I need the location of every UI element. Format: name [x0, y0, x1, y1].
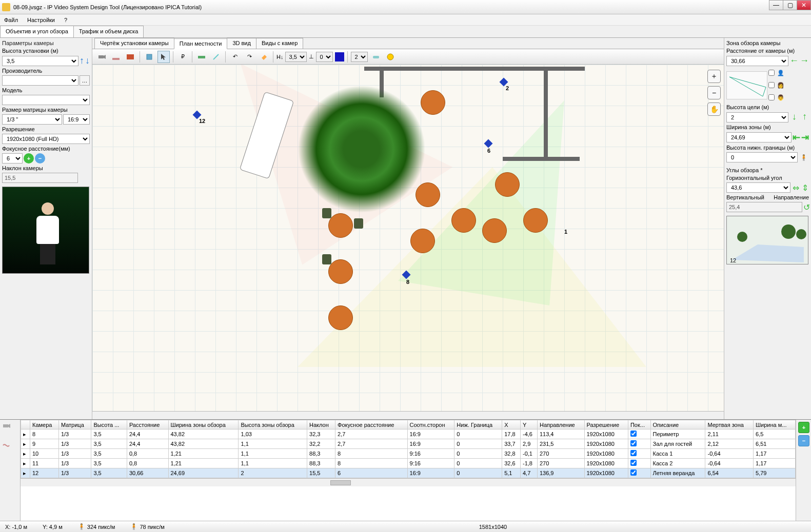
- select-tool-icon[interactable]: [157, 51, 170, 63]
- pan-button[interactable]: ✋: [707, 103, 721, 116]
- table-row[interactable]: ▸121/33,530,6624,69215,5616:905,14,7136,…: [21, 468, 796, 478]
- table-header[interactable]: Расстояние: [127, 420, 168, 429]
- table-header[interactable]: Высота зоны обзора: [239, 420, 307, 429]
- model-select[interactable]: [2, 95, 90, 105]
- table-header[interactable]: Ниж. Граница: [454, 420, 502, 429]
- tree-object[interactable]: [298, 85, 426, 213]
- add-row-button[interactable]: +: [798, 422, 809, 433]
- vehicle-tool-icon[interactable]: [195, 51, 208, 63]
- visible-checkbox[interactable]: [630, 440, 637, 446]
- table-header[interactable]: X: [502, 420, 521, 429]
- maximize-button[interactable]: ▢: [783, 0, 797, 10]
- cube-tool-icon[interactable]: [143, 51, 155, 63]
- remove-row-button[interactable]: −: [798, 435, 809, 446]
- table-header[interactable]: Y: [521, 420, 538, 429]
- focal-plus-button[interactable]: +: [24, 153, 34, 163]
- car-icon[interactable]: [370, 51, 382, 63]
- vendor-select[interactable]: [2, 75, 78, 86]
- primary-tab-lens[interactable]: Объектив и угол обзора: [0, 26, 74, 37]
- visible-checkbox[interactable]: [630, 431, 637, 437]
- focal-select[interactable]: 6: [2, 153, 23, 163]
- collapse-icon[interactable]: ⇕: [801, 183, 809, 193]
- rotate-left-icon[interactable]: ↺: [803, 202, 810, 212]
- table-header[interactable]: Ширина м...: [754, 420, 796, 429]
- tab-3d[interactable]: 3D вид: [227, 38, 256, 49]
- aspect-select[interactable]: 16:9: [63, 114, 90, 125]
- camera-tool-icon[interactable]: [95, 51, 108, 63]
- tab-drawing[interactable]: Чертёж установки камеры: [94, 38, 174, 49]
- currency-tool-icon[interactable]: ₽: [176, 51, 189, 63]
- table-header[interactable]: Наклон: [307, 420, 335, 429]
- target-height-select[interactable]: 2: [726, 112, 788, 122]
- redo-icon[interactable]: ↷: [243, 51, 255, 63]
- table-header[interactable]: Разрешение: [584, 420, 628, 429]
- table-row[interactable]: ▸111/33,50,81,211,188,389:16032,6-1,8270…: [21, 459, 796, 468]
- table-header[interactable]: Высота ...: [91, 420, 127, 429]
- distance-left-icon[interactable]: ←: [789, 55, 799, 66]
- table-header[interactable]: Описание: [650, 420, 705, 429]
- horiz-angle-select[interactable]: 43,6: [726, 182, 790, 193]
- zone-narrow-icon[interactable]: ⇤: [793, 132, 800, 143]
- zoom-in-button[interactable]: ＋: [707, 70, 721, 83]
- visible-checkbox[interactable]: [630, 450, 637, 456]
- visible-checkbox[interactable]: [630, 469, 637, 476]
- table-header[interactable]: Направление: [537, 420, 584, 429]
- table-row[interactable]: ▸101/33,50,81,211,188,389:16032,8-0,1270…: [21, 449, 796, 459]
- ground-select[interactable]: 0: [316, 52, 333, 62]
- height-select[interactable]: 3,5: [285, 52, 307, 62]
- table-row[interactable]: ▸91/33,524,443,821,132,22,716:9033,72,92…: [21, 439, 796, 449]
- vendor-more-button[interactable]: …: [80, 75, 90, 86]
- tilt-input[interactable]: [2, 173, 78, 183]
- visible-checkbox[interactable]: [630, 460, 637, 466]
- table-header[interactable]: Матрица: [58, 420, 91, 429]
- clear-tool-icon[interactable]: [258, 51, 270, 63]
- camera-table[interactable]: КамераМатрицаВысота ...РасстояниеШирина …: [21, 420, 796, 478]
- horizontal-scrollbar[interactable]: [92, 411, 724, 419]
- camera-label-12: 12: [199, 118, 205, 124]
- zone-width-select[interactable]: 24,69: [726, 132, 792, 142]
- table-scrollbar[interactable]: [21, 478, 796, 486]
- table-row[interactable]: ▸81/33,524,443,821,0332,32,716:9017,8-4,…: [21, 429, 796, 439]
- minimize-button[interactable]: —: [769, 0, 783, 10]
- person-business-check[interactable]: [768, 70, 775, 76]
- height-down-icon[interactable]: ↓: [85, 55, 90, 66]
- num-select[interactable]: 2: [351, 52, 368, 62]
- table-header[interactable]: Фокусное расстояние: [335, 420, 407, 429]
- floor-tool-icon[interactable]: [110, 51, 122, 63]
- measure-icon[interactable]: [384, 51, 397, 63]
- person-woman-check[interactable]: [768, 82, 775, 88]
- install-height-select[interactable]: 3,5: [2, 56, 78, 66]
- wall-tool-icon[interactable]: [124, 51, 136, 63]
- person-man-icon: 👨: [776, 92, 786, 103]
- expand-icon[interactable]: ⇔: [792, 183, 800, 193]
- target-up-icon[interactable]: →: [789, 113, 800, 122]
- table-header[interactable]: Мертвая зона: [705, 420, 754, 429]
- undo-icon[interactable]: ↶: [229, 51, 241, 63]
- tab-plan[interactable]: План местности: [174, 38, 228, 49]
- menu-settings[interactable]: Настройки: [27, 17, 55, 23]
- table-header[interactable]: Соотн.сторон: [407, 420, 454, 429]
- distance-right-icon[interactable]: →: [800, 55, 809, 66]
- height-up-icon[interactable]: ↑: [80, 55, 84, 66]
- zone-wide-icon[interactable]: ⇥: [801, 132, 809, 143]
- close-button[interactable]: ✕: [797, 0, 811, 10]
- color-swatch[interactable]: [335, 52, 344, 62]
- primary-tab-traffic[interactable]: Трафик и объем диска: [73, 26, 144, 37]
- table-header[interactable]: Камера: [30, 420, 59, 429]
- table-header[interactable]: Пок...: [628, 420, 650, 429]
- resolution-select[interactable]: 1920x1080 (Full HD): [2, 134, 90, 144]
- distance-select[interactable]: 30,66: [726, 56, 788, 66]
- vert-angle-input[interactable]: [726, 202, 802, 212]
- target-down-icon[interactable]: →: [799, 113, 810, 122]
- zoom-out-button[interactable]: −: [707, 86, 721, 99]
- person-man-check[interactable]: [768, 94, 775, 100]
- menu-file[interactable]: Файл: [4, 17, 18, 23]
- focal-minus-button[interactable]: −: [35, 153, 45, 163]
- lower-bound-select[interactable]: 0: [726, 152, 798, 162]
- pencil-tool-icon[interactable]: [210, 51, 222, 63]
- sensor-size-select[interactable]: 1/3 ": [2, 114, 62, 125]
- tab-views[interactable]: Виды с камер: [256, 38, 303, 49]
- site-plan-canvas[interactable]: 12 2 6 8 1 ＋ − ✋: [92, 65, 724, 411]
- menu-help[interactable]: ?: [64, 17, 67, 23]
- table-header[interactable]: Ширина зоны обзора: [168, 420, 239, 429]
